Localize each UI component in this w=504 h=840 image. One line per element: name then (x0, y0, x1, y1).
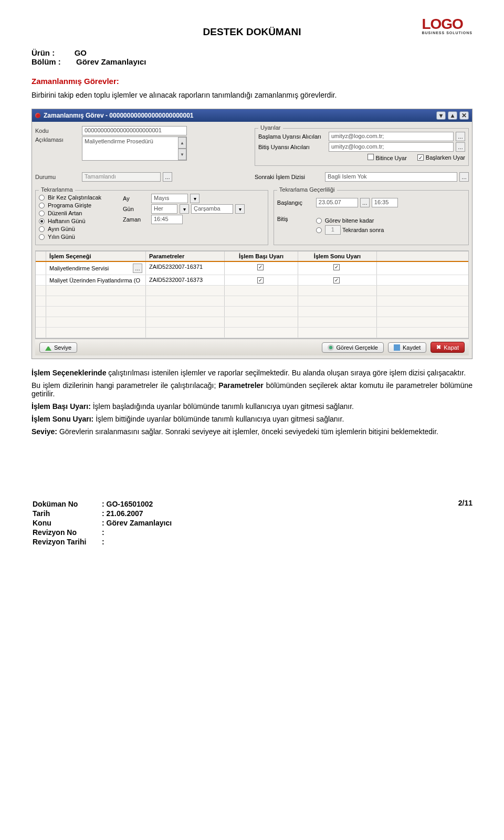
aciklama-value: Maliyetlendirme Prosedürü (85, 138, 153, 144)
uyarilar-fieldset: Uyarılar Başlama Uyarısı Alıcıları umity… (255, 128, 469, 166)
para-parametreler: Bu işlem dizilerinin hangi parametreler … (32, 381, 472, 398)
chevron-down-icon[interactable]: ▾ (235, 204, 245, 214)
dialog-bottombar: Seviye Görevi Gerçekle Kaydet ✖Kapat (35, 339, 469, 355)
col-islem-basi: İşlem Başı Uyarı (225, 251, 298, 261)
baslama-label: Başlama Uyarısı Alıcıları (258, 133, 327, 140)
maximize-icon[interactable]: ▴ (448, 111, 457, 120)
checkbox-icon[interactable]: ✓ (333, 277, 340, 284)
save-icon (394, 344, 400, 351)
table-row[interactable]: Maliyetlendirme Servisi… ZAID5232007-163… (36, 262, 468, 275)
para-islem-basi: İşlem Başı Uyarı: İşlem başladığında uya… (32, 402, 472, 411)
radio-tekrardan[interactable]: 1 Tekrardan sonra (316, 225, 384, 235)
uyarilar-legend: Uyarılar (258, 124, 283, 131)
section-heading: Zamanlanmış Görevler: (32, 77, 472, 86)
dialog-title: Zamanlanmış Görev - 00000000000000000000… (44, 112, 194, 119)
table-row[interactable] (36, 286, 468, 296)
seviye-button[interactable]: Seviye (39, 342, 77, 353)
durumu-browse-button[interactable]: … (163, 172, 172, 182)
radio-duzenli[interactable]: Düzenli Artan (39, 210, 118, 216)
bitis-browse-button[interactable]: … (456, 142, 465, 152)
table-row[interactable] (36, 307, 468, 317)
baslangic-label: Başlangıç (277, 200, 314, 206)
close-icon: ✖ (436, 344, 441, 351)
checkbox-icon[interactable]: ✓ (257, 277, 264, 284)
app-icon (35, 113, 40, 118)
close-icon[interactable]: ✕ (459, 111, 469, 120)
col-islem-secenegi: İşlem Seçeneği (46, 251, 146, 261)
meta-block: Ürün : GO Bölüm : Görev Zamanlayıcı (32, 48, 472, 66)
radio-giriste[interactable]: Programa Girişte (39, 202, 118, 208)
dialog-titlebar: Zamanlanmış Görev - 00000000000000000000… (32, 109, 472, 122)
date-browse-button[interactable]: … (360, 198, 370, 207)
radio-birkez[interactable]: Bir Kez Çalıştırılacak (39, 194, 118, 201)
kaydet-button[interactable]: Kaydet (388, 342, 426, 353)
radio-ayin[interactable]: Ayın Günü (39, 226, 118, 232)
page-number: 2/11 (458, 499, 472, 507)
radio-haftanin[interactable]: Haftanın Günü (39, 218, 118, 224)
gear-icon (328, 344, 334, 351)
col-parametreler: Parametreler (146, 251, 225, 261)
table-row[interactable] (36, 317, 468, 328)
durumu-input: Tamamlandı (82, 172, 161, 182)
gecerlilik-fieldset: Tekrarlama Geçerliliği Başlangıç 23.05.0… (274, 190, 469, 245)
ay-label: Ay (123, 195, 149, 202)
gun2-select[interactable]: Çarşamba (191, 204, 233, 214)
checkbox-icon[interactable]: ✓ (257, 264, 264, 270)
para-seviye: Seviye: Görevlerin sıralanmasını sağlar.… (32, 427, 472, 436)
gun-label: Gün (123, 206, 149, 212)
table-row[interactable] (36, 296, 468, 307)
scheduled-task-dialog: Zamanlanmış Görev - 00000000000000000000… (32, 109, 472, 359)
kodu-input[interactable]: 000000000000000000000001 (82, 126, 187, 135)
spin-up-icon[interactable]: ▲ (178, 137, 186, 149)
zaman-label: Zaman (123, 216, 149, 223)
bitince-checkbox[interactable]: Bitince Uyar (368, 154, 407, 161)
sonraki-label: Sonraki İşlem Dizisi (255, 174, 323, 180)
document-title: DESTEK DOKÜMANI (32, 26, 472, 38)
urun-value: GO (75, 48, 87, 57)
urun-label: Ürün : (32, 48, 55, 57)
baslangic-time-input[interactable]: 16:35 (372, 198, 398, 207)
gun-select[interactable]: Her (151, 204, 177, 214)
chevron-down-icon[interactable]: ▾ (180, 204, 189, 214)
bolum-label: Bölüm : (32, 57, 61, 66)
intro-text: Birbirini takip eden toplu işlemler ve a… (32, 91, 472, 99)
para-islem-sonu: İşlem Sonu Uyarı: İşlem bittiğinde uyarı… (32, 415, 472, 423)
sonraki-browse-button[interactable]: … (459, 172, 469, 182)
tekrar-count-input[interactable]: 1 (325, 225, 341, 235)
table-row[interactable] (36, 328, 468, 338)
brand-logo: LOGO BUSINESS SOLUTIONS (422, 16, 472, 35)
baslama-browse-button[interactable]: … (456, 132, 465, 141)
para-islem-secenekleri: İşlem Seçeneklerinde çalıştırılması iste… (32, 369, 472, 377)
ay-select[interactable]: Mayıs (151, 194, 188, 203)
col-islem-sonu: İşlem Sonu Uyarı (298, 251, 377, 261)
logo-subtext: BUSINESS SOLUTIONS (422, 31, 472, 35)
gorevi-gercekle-button[interactable]: Görevi Gerçekle (322, 342, 384, 353)
baslama-input[interactable]: umityz@logo.com.tr; (329, 132, 454, 141)
aciklama-input[interactable]: Maliyetlendirme Prosedürü ▲ ▼ (82, 136, 187, 161)
radio-gorev-bitene[interactable]: Görev bitene kadar (316, 217, 384, 224)
row-browse-button[interactable]: … (133, 264, 142, 273)
islem-table-header: İşlem Seçeneği Parametreler İşlem Başı U… (36, 251, 468, 262)
baslangic-date-input[interactable]: 23.05.07 (316, 198, 358, 207)
kapat-button[interactable]: ✖Kapat (430, 342, 465, 353)
baslarken-checkbox[interactable]: ✓Başlarken Uyar (417, 154, 465, 161)
page-footer: 2/11 Doküman No: GO-16501002 Tarih: 21.0… (32, 499, 472, 547)
chevron-down-icon[interactable]: ▾ (190, 194, 200, 203)
logo-text: LOGO (422, 16, 463, 32)
bolum-value: Görev Zamanlayıcı (76, 57, 146, 66)
minimize-icon[interactable]: ▾ (436, 111, 446, 120)
aciklama-label: Açıklaması (35, 136, 80, 143)
sonraki-input[interactable]: Bagli Islem Yok (325, 172, 457, 182)
tekrarlanma-legend: Tekrarlanma (39, 186, 75, 193)
spin-down-icon[interactable]: ▼ (178, 149, 186, 160)
table-row[interactable]: Maliyet Üzerinden Fiyatlandırma (O ZAID5… (36, 275, 468, 286)
zaman-input[interactable]: 16:45 (151, 215, 183, 224)
checkbox-icon[interactable]: ✓ (333, 264, 340, 270)
kodu-label: Kodu (35, 128, 80, 134)
arrow-up-icon (45, 344, 51, 351)
radio-yilin[interactable]: Yılın Günü (39, 234, 118, 240)
bitis-label: Bitiş Uyarısı Alıcıları (258, 144, 327, 150)
gecerlilik-legend: Tekrarlama Geçerliliği (277, 186, 337, 193)
tekrarlanma-fieldset: Tekrarlanma Bir Kez Çalıştırılacak Progr… (35, 190, 268, 245)
bitis-input[interactable]: umityz@logo.com.tr; (329, 142, 454, 152)
